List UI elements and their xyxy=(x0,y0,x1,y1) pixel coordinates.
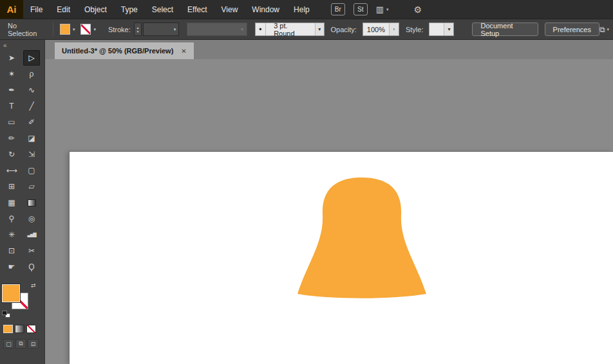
rotate-tool-icon: ↻ xyxy=(8,150,15,159)
draw-behind-mode[interactable]: ⧉ xyxy=(15,339,26,349)
menu-view[interactable]: View xyxy=(214,0,245,19)
document-tab[interactable]: Untitled-3* @ 50% (RGB/Preview) ✕ xyxy=(55,42,194,59)
draw-inside-mode-icon: ⊡ xyxy=(31,341,36,347)
preferences-button[interactable]: Preferences xyxy=(545,23,599,36)
draw-normal-mode[interactable]: ▢ xyxy=(3,339,14,349)
eraser-tool[interactable]: ◪ xyxy=(23,131,40,146)
menu-edit[interactable]: Edit xyxy=(50,0,77,19)
slice-tool[interactable]: ✂ xyxy=(23,243,40,259)
fill-swatch[interactable] xyxy=(2,284,20,302)
scale-tool-icon: ⇲ xyxy=(28,150,35,159)
workspace-icon: ⧉ xyxy=(599,25,605,34)
brush-value[interactable]: 3 pt. Round xyxy=(266,23,315,35)
opacity-value[interactable]: 100% xyxy=(363,23,389,35)
menu-effect[interactable]: Effect xyxy=(180,0,214,19)
stroke-width-dropdown[interactable]: ▾ xyxy=(143,23,179,36)
close-icon[interactable]: ✕ xyxy=(181,48,186,55)
free-transform-tool[interactable]: ▢ xyxy=(23,163,40,178)
menu-help[interactable]: Help xyxy=(287,0,317,19)
magic-wand-tool-icon: ✶ xyxy=(8,69,15,78)
brush-definition-dropdown[interactable]: • 3 pt. Round ▾ xyxy=(255,23,325,36)
opacity-dropdown[interactable]: 100% › xyxy=(363,23,399,36)
column-graph-tool[interactable]: ▃▅▇ xyxy=(23,227,40,242)
none-button[interactable] xyxy=(26,325,36,333)
artboard-tool-icon: ⊡ xyxy=(8,246,15,255)
default-fill-mini xyxy=(2,311,7,315)
stroke-label[interactable]: Stroke: xyxy=(108,26,131,33)
pen-tool[interactable]: ✒ xyxy=(3,82,20,98)
document-tab-title: Untitled-3* @ 50% (RGB/Preview) xyxy=(62,47,173,55)
collapse-panel-icon[interactable]: « xyxy=(3,42,7,49)
lasso-tool[interactable]: ρ xyxy=(23,66,40,82)
menu-file[interactable]: File xyxy=(23,0,50,19)
menu-window[interactable]: Window xyxy=(245,0,287,19)
sync-status-icon[interactable]: ⚙ xyxy=(414,5,422,15)
rotate-tool[interactable]: ↻ xyxy=(3,147,20,162)
paint-type-buttons xyxy=(0,325,44,333)
mesh-tool[interactable]: ▦ xyxy=(3,195,20,210)
stroke-color-swatch[interactable] xyxy=(80,24,91,35)
artwork-layer xyxy=(70,152,613,364)
lasso-tool-icon: ρ xyxy=(30,69,34,78)
illustrator-window: Ai FileEditObjectTypeSelectEffectViewWin… xyxy=(0,0,613,364)
canvas-pasteboard[interactable] xyxy=(45,59,613,364)
gradient-button[interactable] xyxy=(15,325,24,333)
draw-normal-mode-icon: ▢ xyxy=(6,341,12,347)
curvature-tool[interactable]: ∿ xyxy=(23,82,40,98)
hand-tool[interactable]: ☛ xyxy=(3,259,20,275)
paintbrush-tool[interactable]: ✐ xyxy=(23,114,40,130)
fill-stroke-indicator: ⇄ xyxy=(0,282,44,320)
style-dropdown[interactable]: ▾ xyxy=(429,23,454,36)
menu-object[interactable]: Object xyxy=(77,0,114,19)
swap-fill-stroke-icon[interactable]: ⇄ xyxy=(31,282,36,289)
menu-select[interactable]: Select xyxy=(145,0,180,19)
blend-tool[interactable]: ◎ xyxy=(23,211,40,226)
magic-wand-tool[interactable]: ✶ xyxy=(3,66,20,82)
style-value[interactable] xyxy=(429,23,444,35)
bridge-button[interactable]: Br xyxy=(331,3,345,15)
default-fill-stroke-icon[interactable] xyxy=(2,311,11,318)
document-setup-button[interactable]: Document Setup xyxy=(472,23,538,36)
workspace-switcher[interactable]: ⧉ ▾ xyxy=(599,25,609,34)
eyedropper-tool[interactable]: ⚲ xyxy=(3,211,20,226)
color-button[interactable] xyxy=(3,325,13,333)
line-segment-tool[interactable]: ╱ xyxy=(23,98,40,114)
direct-selection-tool[interactable]: ▷ xyxy=(23,50,40,66)
type-tool[interactable]: T xyxy=(3,98,20,114)
divider xyxy=(53,23,53,37)
opacity-label[interactable]: Opacity: xyxy=(331,26,357,33)
gradient-tool-icon xyxy=(28,199,36,206)
width-tool[interactable]: ⟷ xyxy=(3,163,20,178)
scale-tool[interactable]: ⇲ xyxy=(23,147,40,162)
stroke-width-stepper[interactable]: ▲ ▼ xyxy=(134,23,142,36)
perspective-grid-tool[interactable]: ▱ xyxy=(23,179,40,194)
slice-tool-icon: ✂ xyxy=(28,246,35,255)
direct-selection-tool-icon: ▷ xyxy=(28,53,34,62)
draw-inside-mode[interactable]: ⊡ xyxy=(28,339,39,349)
menu-bar: Ai FileEditObjectTypeSelectEffectViewWin… xyxy=(0,0,613,19)
stepper-down-icon[interactable]: ▼ xyxy=(136,30,139,33)
artboard-tool[interactable]: ⊡ xyxy=(3,243,20,259)
selection-tool[interactable]: ➤ xyxy=(3,50,20,66)
rectangle-tool[interactable]: ▭ xyxy=(3,114,20,130)
fill-color-caret-icon[interactable]: ▾ xyxy=(73,27,75,32)
free-transform-tool-icon: ▢ xyxy=(28,166,35,175)
shape-builder-tool[interactable]: ⊞ xyxy=(3,179,20,194)
shaper-tool[interactable]: ✏ xyxy=(3,131,20,146)
stroke-color-caret-icon[interactable]: ▾ xyxy=(93,27,96,32)
chevron-down-icon[interactable]: ▾ xyxy=(315,23,324,35)
arrange-documents-icon: ▥ xyxy=(376,5,384,14)
chevron-icon[interactable]: › xyxy=(389,23,399,35)
artboard[interactable] xyxy=(70,152,613,364)
stock-button[interactable]: St xyxy=(354,3,368,15)
fill-color-swatch[interactable] xyxy=(60,24,70,35)
arrange-documents-dropdown[interactable]: ▥ ▾ xyxy=(376,5,389,14)
tools-panel-header: « xyxy=(0,40,44,50)
style-label[interactable]: Style: xyxy=(406,26,424,33)
zoom-tool[interactable]: Ϙ xyxy=(23,259,40,275)
menu-type[interactable]: Type xyxy=(114,0,145,19)
gradient-tool[interactable] xyxy=(23,195,40,210)
bell-shape[interactable] xyxy=(297,177,426,298)
symbol-sprayer-tool[interactable]: ✳ xyxy=(3,227,20,242)
chevron-down-icon[interactable]: ▾ xyxy=(444,23,453,35)
